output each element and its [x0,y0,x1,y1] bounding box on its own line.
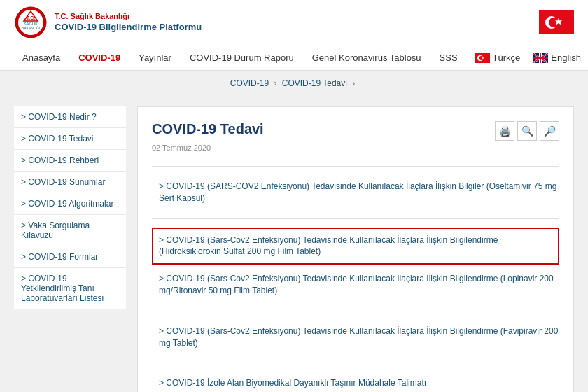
svg-rect-22 [533,57,548,59]
logo: T.C. SAĞLIK BAKANLIĞI T.C. Sağlık Bakanl… [14,6,202,39]
breadcrumb: COVID-19 › COVID-19 Tedavi › [0,71,588,95]
ministry-emblem-icon: T.C. SAĞLIK BAKANLIĞI [14,6,48,39]
zoom-out-button[interactable]: 🔎 [540,121,559,141]
nav-item-sss[interactable]: SSS [431,46,466,70]
page-layout: COVID-19 Nedir ? COVID-19 Tedavi COVID-1… [0,95,588,392]
nav-item-yayinlar[interactable]: Yayınlar [130,46,180,70]
svg-text:BAKANLIĞI: BAKANLIĞI [22,26,40,30]
nav-item-covid19[interactable]: COVID-19 [70,46,129,70]
content-item-1[interactable]: COVID-19 (SARS-COV2 Enfeksiyonu) Tedavis… [152,175,559,210]
page-date: 02 Temmuz 2020 [152,144,559,152]
sidebar-item-3[interactable]: COVID-19 Sunumlar [14,172,126,193]
nav-lang-en[interactable]: English [527,47,587,69]
content-item-4[interactable]: COVID-19 (Sars-Cov2 Enfeksiyonu) Tedavis… [152,320,559,355]
breadcrumb-sep2: › [352,78,355,88]
page-actions: 🖨️ 🔍 🔎 [495,121,559,141]
breadcrumb-covid19[interactable]: COVID-19 [230,78,269,88]
divider-3 [152,363,559,363]
uk-flag-nav-icon [533,53,548,63]
nav-item-anasayfa[interactable]: Anasayfa [14,46,69,70]
content-item-3[interactable]: COVID-19 (Sars-Cov2 Enfeksiyonu) Tedavis… [152,267,559,302]
turkey-flag-header-icon [539,10,574,34]
breadcrumb-covid19-tedavi[interactable]: COVID-19 Tedavi [282,78,347,88]
sidebar-item-2[interactable]: COVID-19 Rehberi [14,150,126,172]
logo-text: T.C. Sağlık Bakanlığı COVID-19 Bilgilend… [55,11,202,33]
nav-lang-en-label: English [551,52,581,63]
content-item-2[interactable]: COVID-19 (Sars-Cov2 Enfeksiyonu) Tedavis… [152,227,559,265]
divider-0 [152,218,559,219]
divider-2 [152,311,559,312]
sidebar-item-0[interactable]: COVID-19 Nedir ? [14,106,126,128]
sidebar-item-6[interactable]: COVID-19 Formlar [14,246,126,268]
breadcrumb-sep1: › [274,78,279,88]
zoom-in-button[interactable]: 🔍 [517,121,537,141]
main-nav: Anasayfa COVID-19 Yayınlar COVID-19 Duru… [0,46,588,71]
print-button[interactable]: 🖨️ [495,121,514,141]
page-header: COVID-19 Tedavi 🖨️ 🔍 🔎 [152,121,559,141]
sidebar-item-1[interactable]: COVID-19 Tedavi [14,128,126,150]
sidebar-item-5[interactable]: Vaka Sorgulama Kılavuzu [14,215,126,246]
header-right [539,10,574,34]
content-items-list: COVID-19 (SARS-COV2 Enfeksiyonu) Tedavis… [152,175,559,392]
divider-top [152,166,559,167]
turkish-flag-nav-icon [475,53,490,63]
content-item-5[interactable]: COVID-19 İzole Alan Biyomedikal Dayanıkl… [152,372,559,392]
page-title: COVID-19 Tedavi [152,121,264,137]
org-title2: COVID-19 Bilgilendirme Platformu [55,22,202,34]
sidebar: COVID-19 Nedir ? COVID-19 Tedavi COVID-1… [14,106,126,392]
nav-lang-tr[interactable]: Türkçe [469,47,526,69]
site-header: T.C. SAĞLIK BAKANLIĞI T.C. Sağlık Bakanl… [0,0,588,46]
sidebar-item-7[interactable]: COVID-19 Yetkilendirilmiş Tanı Laboratuv… [14,268,126,309]
nav-item-durum-raporu[interactable]: COVID-19 Durum Raporu [181,46,302,70]
org-title1: T.C. Sağlık Bakanlığı [55,11,202,21]
sidebar-item-4[interactable]: COVID-19 Algoritmalar [14,193,126,215]
nav-item-koronavirus-tablosu[interactable]: Genel Koronavirüs Tablosu [304,46,430,70]
nav-lang-tr-label: Türkçe [493,52,521,63]
main-content: COVID-19 Tedavi 🖨️ 🔍 🔎 02 Temmuz 2020 CO… [137,106,574,392]
